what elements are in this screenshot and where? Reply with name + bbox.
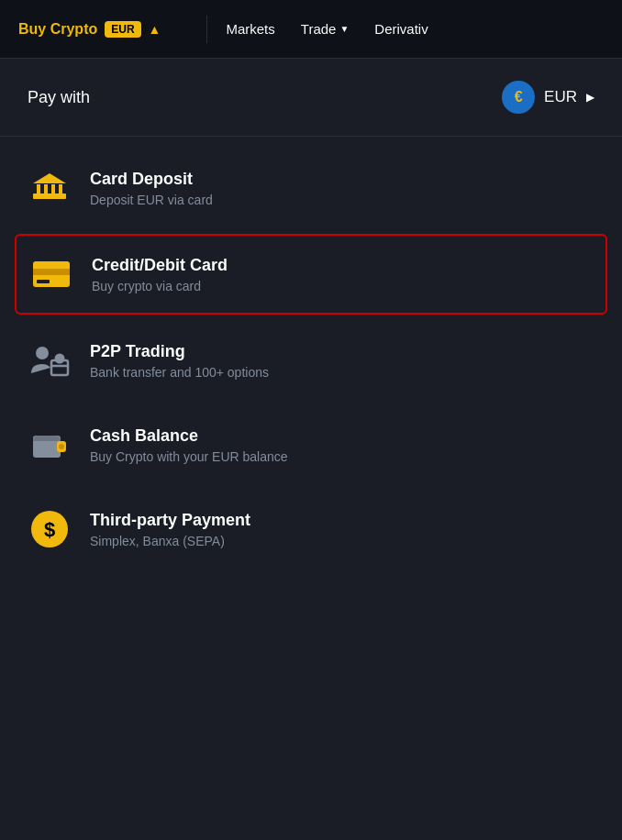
svg-marker-5	[33, 173, 66, 183]
markets-label: Markets	[226, 21, 274, 37]
card-deposit-icon-container	[28, 166, 72, 210]
payment-options-list: Card Deposit Deposit EUR via card Credit…	[0, 137, 622, 580]
nav-markets[interactable]: Markets	[226, 21, 274, 37]
svg-rect-8	[37, 280, 50, 283]
payment-option-credit-card[interactable]: Credit/Debit Card Buy crypto via card	[15, 234, 607, 315]
credit-card-info: Credit/Debit Card Buy crypto via card	[92, 256, 593, 293]
currency-arrow-icon: ▶	[586, 91, 594, 104]
nav-divider	[206, 16, 207, 43]
third-party-subtitle: Simplex, Banxa (SEPA)	[90, 534, 594, 548]
buy-crypto-label: Buy Crypto	[18, 21, 97, 38]
third-party-title: Third-party Payment	[90, 511, 594, 530]
svg-rect-2	[44, 184, 48, 193]
bank-icon	[29, 168, 70, 208]
card-deposit-subtitle: Deposit EUR via card	[90, 193, 594, 207]
card-deposit-title: Card Deposit	[90, 170, 594, 189]
currency-badge: EUR	[105, 21, 140, 38]
payment-option-p2p[interactable]: P2P Trading Bank transfer and 100+ optio…	[0, 318, 622, 403]
derivatives-label: Derivativ	[374, 21, 428, 37]
credit-card-icon	[31, 254, 72, 294]
p2p-title: P2P Trading	[90, 342, 594, 361]
svg-rect-3	[51, 184, 55, 193]
cash-balance-subtitle: Buy Crypto with your EUR balance	[90, 449, 594, 464]
svg-rect-0	[33, 193, 66, 199]
cash-balance-info: Cash Balance Buy Crypto with your EUR ba…	[90, 426, 594, 464]
cash-balance-icon-container	[28, 423, 72, 467]
currency-icon: €	[502, 81, 535, 114]
third-party-info: Third-party Payment Simplex, Banxa (SEPA…	[90, 511, 594, 548]
p2p-icon	[29, 340, 70, 381]
payment-option-card-deposit[interactable]: Card Deposit Deposit EUR via card	[0, 146, 622, 230]
payment-option-cash-balance[interactable]: Cash Balance Buy Crypto with your EUR ba…	[0, 403, 622, 487]
svg-point-9	[36, 347, 49, 359]
credit-card-subtitle: Buy crypto via card	[92, 279, 593, 293]
trade-label: Trade	[301, 21, 337, 37]
currency-code: EUR	[544, 88, 577, 106]
cash-balance-title: Cash Balance	[90, 426, 594, 446]
nav-trade[interactable]: Trade ▼	[301, 21, 350, 37]
currency-symbol: €	[515, 89, 523, 105]
p2p-info: P2P Trading Bank transfer and 100+ optio…	[90, 342, 594, 380]
svg-rect-7	[33, 269, 70, 275]
main-content: Pay with € EUR ▶ Card	[0, 59, 622, 580]
trade-dropdown-icon: ▼	[339, 24, 349, 34]
nav-derivatives[interactable]: Derivativ	[374, 21, 428, 37]
third-party-icon-container: $	[28, 507, 72, 551]
credit-card-title: Credit/Debit Card	[92, 256, 593, 275]
svg-text:$: $	[44, 518, 55, 541]
nav-arrow-up-icon: ▲	[149, 22, 161, 37]
wallet-icon	[29, 425, 70, 465]
p2p-icon-container	[28, 338, 72, 382]
dollar-circle-icon: $	[29, 509, 70, 549]
card-deposit-info: Card Deposit Deposit EUR via card	[90, 170, 594, 207]
currency-selector[interactable]: € EUR ▶	[502, 81, 594, 114]
svg-rect-1	[37, 184, 40, 193]
nav-bar: Buy Crypto EUR ▲ Markets Trade ▼ Derivat…	[0, 0, 622, 59]
payment-option-third-party[interactable]: $ Third-party Payment Simplex, Banxa (SE…	[0, 487, 622, 571]
pay-with-label: Pay with	[28, 88, 90, 107]
svg-point-12	[55, 354, 65, 364]
svg-rect-4	[59, 184, 62, 193]
svg-point-15	[59, 444, 64, 449]
credit-card-icon-container	[29, 252, 73, 296]
buy-crypto-nav[interactable]: Buy Crypto EUR ▲	[18, 21, 161, 38]
pay-with-header: Pay with € EUR ▶	[0, 59, 622, 137]
p2p-subtitle: Bank transfer and 100+ options	[90, 365, 594, 380]
